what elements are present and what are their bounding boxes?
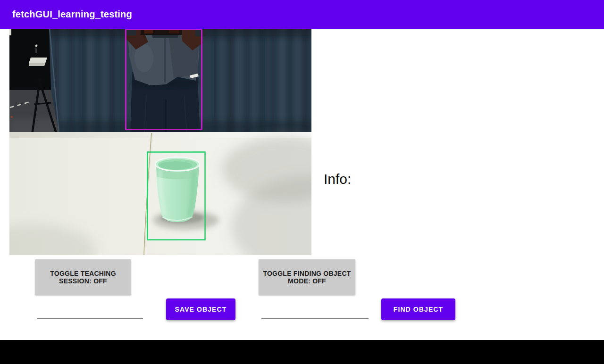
screen: fetchGUI_learning_testing (0, 0, 604, 364)
find-object-button[interactable]: FIND OBJECT (381, 298, 455, 320)
person-figure (124, 29, 206, 135)
info-label: Info: (324, 171, 351, 187)
app-title: fetchGUI_learning_testing (12, 9, 132, 20)
app-bar: fetchGUI_learning_testing (0, 0, 604, 29)
toggle-teaching-session-button[interactable]: TOGGLE TEACHING SESSION: OFF (35, 259, 131, 295)
android-navigation-bar (0, 340, 604, 364)
camera-feed-image (9, 29, 311, 255)
teach-object-name-input[interactable] (37, 300, 143, 319)
find-object-name-input[interactable] (261, 300, 369, 319)
save-object-button[interactable]: SAVE OBJECT (166, 298, 235, 320)
camera-feed (9, 29, 311, 255)
toggle-finding-object-mode-button[interactable]: TOGGLE FINDING OBJECT MODE: OFF (259, 259, 355, 295)
